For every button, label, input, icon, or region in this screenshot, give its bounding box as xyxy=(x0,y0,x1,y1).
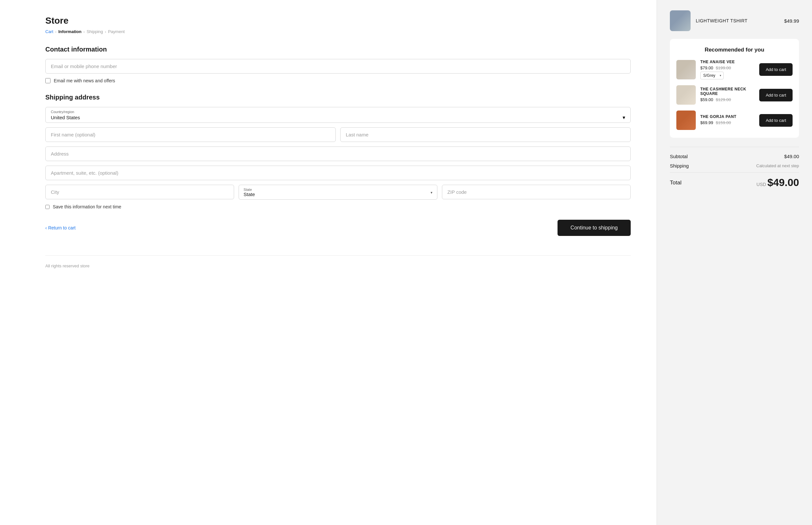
order-summary: Subtotal $49.00 Shipping Calculated at n… xyxy=(670,147,799,189)
rec-item-2-price: $69.99 xyxy=(700,120,713,125)
breadcrumb-sep-3: › xyxy=(105,30,106,34)
rec-item-1-info: THE CASHMERE NECK SQUARE $59.00 $129.00 xyxy=(700,87,755,103)
country-select[interactable]: United States xyxy=(51,115,623,120)
save-info-label[interactable]: Save this information for next time xyxy=(53,204,121,209)
subtotal-label: Subtotal xyxy=(670,154,688,159)
state-wrapper: State State ▾ xyxy=(239,185,437,200)
rec-item-1-name: THE CASHMERE NECK SQUARE xyxy=(700,87,755,96)
rec-item-2-prices: $69.99 $159.00 xyxy=(700,120,755,125)
rec-item-2: THE GORJA PANT $69.99 $159.00 Add to car… xyxy=(676,110,793,130)
cart-item-name: LIGHTWEIGHT TSHIRT xyxy=(696,18,779,23)
country-chevron-icon: ▾ xyxy=(623,115,625,121)
state-label-group: State State xyxy=(244,188,430,197)
rec-item-0-variant-select[interactable]: S/Grey xyxy=(700,72,723,79)
email-news-label[interactable]: Email me with news and offers xyxy=(54,78,115,83)
last-name-input[interactable] xyxy=(340,127,631,142)
apt-group xyxy=(45,166,631,180)
anaise-thumbnail xyxy=(676,60,696,79)
breadcrumb-cart[interactable]: Cart xyxy=(45,29,53,34)
cashmere-thumbnail xyxy=(676,85,696,105)
name-row xyxy=(45,127,631,142)
subtotal-row: Subtotal $49.00 xyxy=(670,154,799,159)
footer: All rights reserved store xyxy=(45,255,631,268)
rec-item-2-original-price: $159.00 xyxy=(716,120,731,125)
shipping-label: Shipping xyxy=(670,163,689,168)
country-select-inner: United States ▾ xyxy=(51,115,625,121)
rec-item-0: THE ANAISE VEE $79.00 $199.00 S/Grey ▾ A… xyxy=(676,60,793,79)
zip-input[interactable] xyxy=(442,185,631,199)
city-state-zip-row: State State ▾ xyxy=(45,185,631,200)
breadcrumb-sep-2: › xyxy=(83,30,85,34)
return-chevron-icon: ‹ xyxy=(45,225,47,230)
subtotal-value: $49.00 xyxy=(784,154,799,159)
right-panel: LIGHTWEIGHT TSHIRT $49.99 Recommended fo… xyxy=(657,0,812,525)
shipping-row: Shipping Calculated at next step xyxy=(670,163,799,168)
recommended-title: Recommended for you xyxy=(676,47,793,53)
email-news-row: Email me with news and offers xyxy=(45,78,631,83)
cart-item: LIGHTWEIGHT TSHIRT $49.99 xyxy=(670,10,799,31)
rec-item-0-original-price: $199.00 xyxy=(716,65,731,70)
rec-item-2-image xyxy=(676,110,696,130)
breadcrumb: Cart › Information › Shipping › Payment xyxy=(45,29,631,34)
rec-item-0-info: THE ANAISE VEE $79.00 $199.00 S/Grey ▾ xyxy=(700,60,755,79)
total-divider xyxy=(670,172,799,173)
first-name-input[interactable] xyxy=(45,127,336,142)
contact-section-title: Contact information xyxy=(45,46,631,53)
store-title: Store xyxy=(45,16,631,26)
rec-item-2-name: THE GORJA PANT xyxy=(700,115,755,119)
action-row: ‹ Return to cart Continue to shipping xyxy=(45,220,631,236)
email-input[interactable] xyxy=(45,59,631,74)
city-input[interactable] xyxy=(45,185,234,199)
state-chevron-icon: ▾ xyxy=(431,191,433,195)
total-value: $49.00 xyxy=(767,177,799,189)
rec-item-0-variant-wrapper: S/Grey ▾ xyxy=(700,72,723,79)
cart-item-price: $49.99 xyxy=(784,18,799,24)
email-group xyxy=(45,59,631,74)
total-currency: USD xyxy=(756,182,766,187)
rec-item-1-price: $59.00 xyxy=(700,97,713,102)
return-to-cart-label: Return to cart xyxy=(48,225,76,230)
breadcrumb-information: Information xyxy=(58,29,82,34)
rec-item-1-image xyxy=(676,85,696,105)
rec-item-0-prices: $79.00 $199.00 xyxy=(700,65,755,70)
shipping-value: Calculated at next step xyxy=(756,163,799,168)
breadcrumb-shipping: Shipping xyxy=(87,29,103,34)
total-value-group: USD $49.00 xyxy=(756,177,799,189)
rec-item-1-original-price: $129.00 xyxy=(716,97,731,102)
email-news-checkbox[interactable] xyxy=(45,78,50,83)
address-group xyxy=(45,147,631,161)
rec-item-1: THE CASHMERE NECK SQUARE $59.00 $129.00 … xyxy=(676,85,793,105)
left-panel: Store Cart › Information › Shipping › Pa… xyxy=(0,0,657,525)
apt-input[interactable] xyxy=(45,166,631,180)
rec-item-0-price: $79.00 xyxy=(700,65,713,70)
breadcrumb-sep-1: › xyxy=(56,30,57,34)
rec-item-0-add-button[interactable]: Add to cart xyxy=(759,63,793,76)
gorja-thumbnail xyxy=(676,110,696,130)
state-select[interactable]: State xyxy=(244,192,430,197)
recommended-box: Recommended for you THE ANAISE VEE $79.0… xyxy=(670,39,799,138)
state-label: State xyxy=(244,188,430,192)
rec-item-2-info: THE GORJA PANT $69.99 $159.00 xyxy=(700,115,755,126)
country-label: Country/region xyxy=(51,110,625,114)
rec-item-0-name: THE ANAISE VEE xyxy=(700,60,755,64)
rec-item-0-image xyxy=(676,60,696,79)
rec-item-1-add-button[interactable]: Add to cart xyxy=(759,89,793,102)
tshirt-thumbnail xyxy=(670,10,691,31)
return-to-cart-link[interactable]: ‹ Return to cart xyxy=(45,225,76,230)
save-info-row: Save this information for next time xyxy=(45,204,631,209)
zip-wrapper xyxy=(442,185,631,200)
continue-to-shipping-button[interactable]: Continue to shipping xyxy=(558,220,631,236)
city-wrapper xyxy=(45,185,234,200)
rec-item-2-add-button[interactable]: Add to cart xyxy=(759,114,793,127)
breadcrumb-payment: Payment xyxy=(108,29,125,34)
address-input[interactable] xyxy=(45,147,631,161)
cart-item-image xyxy=(670,10,691,31)
save-info-checkbox[interactable] xyxy=(45,205,49,209)
total-row: Total USD $49.00 xyxy=(670,177,799,189)
total-label: Total xyxy=(670,180,682,186)
rec-item-1-prices: $59.00 $129.00 xyxy=(700,97,755,102)
shipping-section-title: Shipping address xyxy=(45,94,631,101)
country-region-wrapper: Country/region United States ▾ xyxy=(45,107,631,123)
